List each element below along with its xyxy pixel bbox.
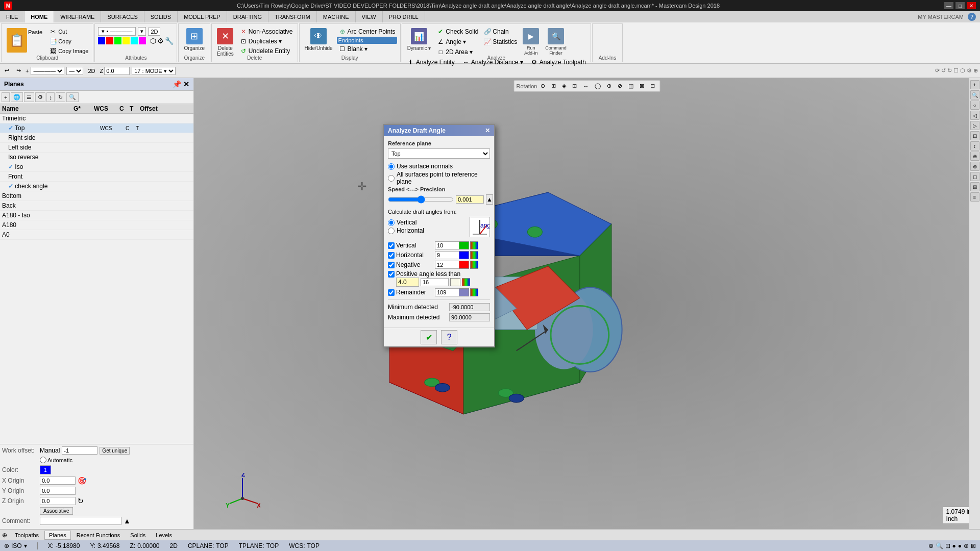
tab-file[interactable]: FILE	[0, 11, 24, 22]
tab-surfaces[interactable]: SURFACES	[101, 11, 144, 22]
tab-transform[interactable]: TRANSFORM	[268, 11, 317, 22]
sb-icon-4[interactable]: ●	[952, 542, 956, 549]
organize-button[interactable]: ⊞ Organize	[182, 27, 207, 52]
rp-btn-8[interactable]: ⊕	[970, 152, 979, 161]
remainder-color-grid[interactable]	[470, 288, 478, 296]
list-item[interactable]: Trimetric	[0, 114, 193, 123]
vp-btn-10[interactable]: ⊠	[637, 82, 647, 90]
command-finder-button[interactable]: 🔍 CommandFinder	[543, 27, 569, 57]
rp-btn-1[interactable]: +	[970, 80, 979, 89]
dialog-close-button[interactable]: ✕	[485, 127, 490, 134]
color-btn-6[interactable]	[139, 37, 146, 44]
negative-checkbox[interactable]	[388, 262, 395, 268]
vertical-color-swatch[interactable]	[459, 241, 469, 249]
positive-color-grid[interactable]	[462, 278, 470, 286]
vp-btn-3[interactable]: ◈	[559, 82, 569, 90]
list-item[interactable]: ✓ check angle	[0, 182, 193, 191]
list-item[interactable]: Right side	[0, 133, 193, 143]
statistics-button[interactable]: 📈Statistics	[482, 37, 519, 46]
tab-drafting[interactable]: DRAFTING	[227, 11, 268, 22]
rp-btn-4[interactable]: ◁	[970, 111, 979, 120]
horizontal-color-swatch[interactable]	[459, 251, 469, 259]
line-width-selector[interactable]: —	[66, 67, 83, 75]
filter-icon[interactable]: 🔧	[165, 37, 174, 45]
color-btn-4[interactable]	[122, 37, 130, 44]
list-item[interactable]: A180	[0, 220, 193, 230]
get-unique-button[interactable]: Get unique	[100, 447, 130, 455]
vertical-checkbox[interactable]	[388, 242, 395, 249]
dim-selector[interactable]: 2D	[148, 28, 160, 36]
hide-unhide-button[interactable]: 👁 Hide/Unhide	[303, 27, 335, 52]
list-item[interactable]: ✓ TopWCSCT	[0, 123, 193, 133]
list-button[interactable]: ☰	[24, 92, 34, 102]
undelete-button[interactable]: ↺Undelete Entity	[238, 46, 295, 56]
vp-btn-11[interactable]: ⊟	[648, 82, 657, 90]
layers-icon[interactable]: ⬡	[150, 37, 156, 45]
minimize-button[interactable]: —	[944, 2, 953, 9]
rp-btn-11[interactable]: ⊞	[970, 182, 979, 191]
duplicates-button[interactable]: ⊡Duplicates ▾	[238, 37, 295, 46]
tab-machine[interactable]: MACHINE	[317, 11, 356, 22]
horizontal-calc-radio[interactable]: Horizontal	[388, 227, 468, 234]
reference-plane-select[interactable]: Top Front Side	[388, 148, 490, 159]
paste-button[interactable]: 📋 Paste	[5, 27, 45, 54]
panel-close-icon[interactable]: ✕	[183, 80, 189, 88]
use-surface-normals-radio[interactable]: Use surface normals	[388, 163, 490, 170]
list-item[interactable]: Bottom	[0, 191, 193, 201]
negative-color-grid[interactable]	[470, 261, 478, 269]
automatic-radio[interactable]: Automatic	[40, 457, 72, 463]
refresh-button[interactable]: ↻	[56, 92, 65, 102]
vertical-calc-radio[interactable]: Vertical	[388, 219, 468, 226]
check-solid-button[interactable]: ✔Check Solid	[435, 27, 480, 36]
color-swatch[interactable]: 1	[40, 465, 51, 474]
list-item[interactable]: Left side	[0, 143, 193, 153]
globe-button[interactable]: 🌐	[11, 92, 23, 102]
dynamic-button[interactable]: 📊 Dynamic ▾	[405, 27, 433, 52]
all-surfaces-radio[interactable]: All surfaces point to reference plane	[388, 171, 490, 185]
attributes-selector[interactable]: ▾ • ————	[98, 27, 136, 36]
tab-view[interactable]: VIEW	[356, 11, 383, 22]
sb-icon-3[interactable]: ⊡	[945, 542, 950, 549]
negative-color-swatch[interactable]	[459, 261, 469, 269]
work-offset-input[interactable]	[62, 446, 97, 455]
precision-up-button[interactable]: ▲	[486, 194, 493, 205]
tab-solids[interactable]: SOLIDS	[144, 11, 178, 22]
remainder-checkbox[interactable]	[388, 289, 395, 296]
min-detected-input[interactable]	[449, 303, 490, 311]
run-addin-button[interactable]: ▶ RunAdd-In	[521, 27, 541, 57]
undo-button[interactable]: ↩	[2, 66, 12, 76]
max-detected-input[interactable]	[449, 313, 490, 321]
tab-planes[interactable]: Planes	[44, 531, 71, 540]
vertical-color-grid[interactable]	[470, 241, 478, 249]
speed-precision-slider[interactable]	[388, 195, 454, 204]
endpoints-button[interactable]: Endpoints	[337, 37, 397, 44]
sort-button[interactable]: ↕	[46, 92, 55, 102]
list-item[interactable]: A180 - Iso	[0, 211, 193, 220]
arc-center-points-button[interactable]: ⊕Arc Center Points	[337, 27, 397, 36]
vp-btn-4[interactable]: ⊡	[570, 82, 579, 90]
sb-icon-5[interactable]: ●	[958, 542, 962, 549]
help-icon[interactable]: ?	[968, 13, 976, 21]
x-origin-input[interactable]	[40, 477, 76, 485]
z-origin-pick-icon[interactable]: ↻	[78, 497, 84, 505]
rp-btn-7[interactable]: ↕	[970, 141, 979, 151]
list-item[interactable]: A0	[0, 230, 193, 240]
positive-threshold-input[interactable]	[396, 278, 419, 287]
z-input[interactable]	[104, 67, 130, 75]
panel-pin-icon[interactable]: 📌	[173, 80, 181, 88]
comment-input[interactable]	[40, 517, 121, 525]
y-origin-input[interactable]	[40, 487, 76, 495]
sb-icon-7[interactable]: ⊠	[971, 542, 976, 549]
comment-expand-icon[interactable]: ▲	[124, 517, 131, 525]
non-associative-button[interactable]: ✕Non-Associative	[238, 27, 295, 36]
list-item[interactable]: Front	[0, 172, 193, 182]
tab-home[interactable]: HOME	[24, 11, 54, 22]
tab-recent-functions[interactable]: Recent Functions	[72, 531, 125, 540]
color-btn-3[interactable]	[114, 37, 121, 44]
rp-btn-9[interactable]: ⊗	[970, 162, 979, 171]
line-type-selector[interactable]: ————	[31, 67, 64, 75]
viewport[interactable]: Rotation ⊙ ⊞ ◈ ⊡ ↔ ◯ ⊕ ⊘ ◫ ⊠ ⊟	[194, 78, 980, 529]
vp-btn-1[interactable]: ⊙	[538, 82, 548, 90]
vp-btn-8[interactable]: ⊘	[615, 82, 625, 90]
settings-icon[interactable]: ⚙	[157, 37, 164, 45]
